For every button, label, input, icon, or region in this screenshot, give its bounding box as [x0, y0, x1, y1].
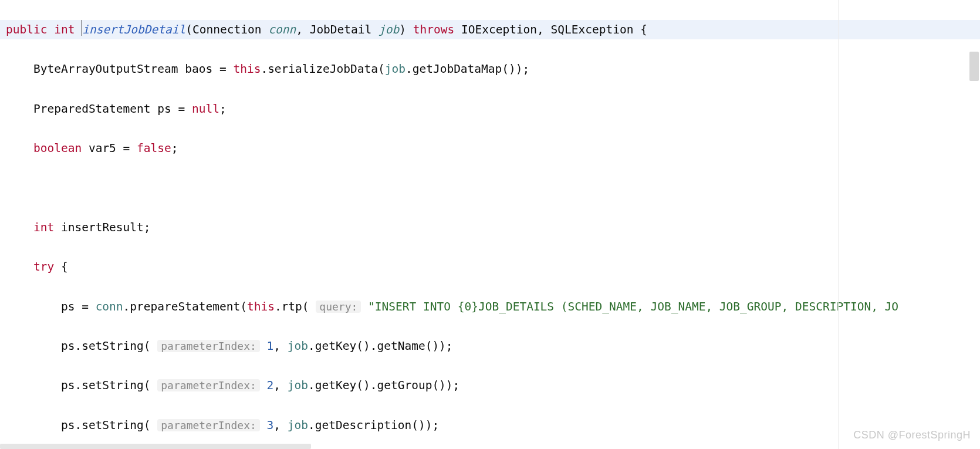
code-text: JobDetail: [310, 23, 379, 36]
code-text: [361, 300, 368, 313]
var-ref: job: [288, 339, 308, 353]
code-text: .getJobDataMap());: [405, 62, 529, 76]
var-ref: job: [385, 62, 405, 76]
code-text: {: [54, 260, 67, 274]
code-line-1[interactable]: public int insertJobDetail(Connection co…: [0, 20, 980, 40]
kw-try: try: [33, 260, 54, 274]
param-job: job: [379, 23, 399, 36]
code-text: ,: [296, 23, 309, 36]
inlay-hint-param: parameterIndex:: [157, 379, 260, 391]
var-ref: conn: [96, 300, 123, 313]
number-literal: 1: [267, 339, 274, 353]
code-text: .getDescription());: [308, 418, 439, 432]
code-text: (: [185, 23, 192, 36]
kw-false: false: [137, 141, 171, 155]
kw-this: this: [247, 300, 275, 313]
code-text: var5 =: [82, 141, 137, 155]
param-conn: conn: [268, 23, 296, 36]
code-line[interactable]: ByteArrayOutputStream baos = this.serial…: [0, 59, 980, 79]
code-line[interactable]: ps = conn.prepareStatement(this.rtp( que…: [0, 297, 980, 317]
code-text: .prepareStatement(: [123, 300, 247, 313]
code-editor[interactable]: public int insertJobDetail(Connection co…: [0, 0, 980, 449]
code-text: .rtp(: [275, 300, 316, 313]
scrollbar-thumb-vertical[interactable]: [969, 52, 979, 81]
watermark-text: CSDN @ForestSpringH: [853, 426, 971, 445]
code-text: ;: [219, 102, 227, 116]
code-line[interactable]: int insertResult;: [0, 218, 980, 238]
code-line[interactable]: PreparedStatement ps = null;: [0, 99, 980, 119]
code-text: .getKey().getGroup());: [308, 379, 459, 392]
method-name: insertJobDetail: [82, 23, 185, 36]
inlay-hint-param: parameterIndex:: [157, 419, 260, 431]
number-literal: 2: [267, 379, 274, 392]
inlay-hint-query: query:: [316, 301, 361, 313]
kw-int: int: [33, 221, 54, 234]
code-line[interactable]: boolean var5 = false;: [0, 139, 980, 158]
code-text: .serializeJobData(: [261, 62, 384, 76]
code-text: ): [399, 23, 413, 36]
var-ref: job: [288, 379, 308, 392]
code-line[interactable]: ps.setString( parameterIndex: 2, job.get…: [0, 376, 980, 396]
code-text: ps =: [6, 300, 96, 313]
code-line-blank[interactable]: [0, 178, 980, 198]
number-literal: 3: [267, 418, 274, 432]
code-text: ps.setString(: [6, 339, 157, 353]
code-line[interactable]: ps.setString( parameterIndex: 1, job.get…: [0, 336, 980, 356]
scrollbar-thumb-horizontal[interactable]: [0, 444, 311, 449]
kw-int: int: [54, 23, 75, 36]
kw-this: this: [233, 62, 261, 76]
kw-null: null: [192, 102, 219, 116]
code-text: PreparedStatement ps =: [6, 102, 192, 116]
editor-right-margin: [838, 0, 839, 449]
kw-boolean: boolean: [33, 141, 82, 155]
var-ref: job: [288, 418, 308, 432]
code-line[interactable]: ps.setString( parameterIndex: 3, job.get…: [0, 416, 980, 436]
code-text: IOException, SQLException {: [454, 23, 647, 36]
code-text: ps.setString(: [6, 418, 157, 432]
string-literal: "INSERT INTO {0}JOB_DETAILS (SCHED_NAME,…: [368, 300, 898, 313]
code-line[interactable]: try {: [0, 257, 980, 277]
code-text: insertResult;: [54, 221, 150, 234]
kw-public: public: [6, 23, 47, 36]
code-text: ps.setString(: [6, 379, 157, 392]
code-text: .getKey().getName());: [308, 339, 453, 353]
code-text: Connection: [192, 23, 268, 36]
inlay-hint-param: parameterIndex:: [157, 340, 260, 352]
code-text: ;: [171, 141, 178, 155]
kw-throws: throws: [413, 23, 454, 36]
code-text: ByteArrayOutputStream baos =: [6, 62, 233, 76]
